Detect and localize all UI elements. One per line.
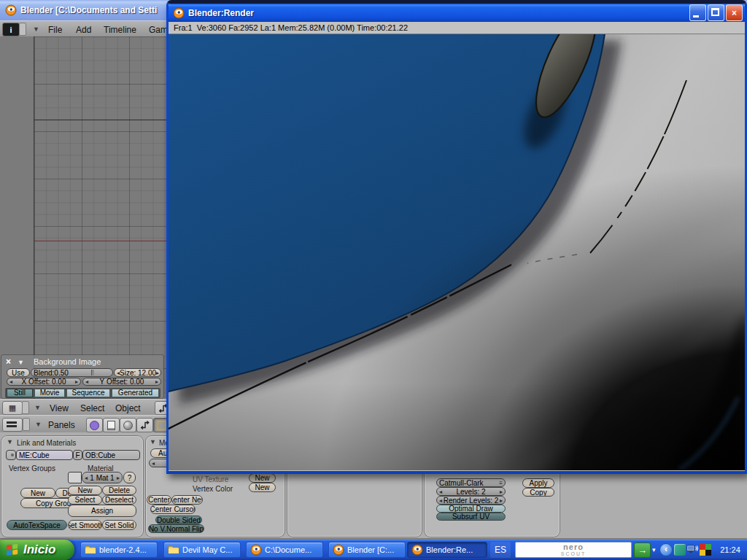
panel-collapse-icon[interactable]: ▼ [18, 359, 24, 366]
logic-context-button[interactable] [86, 418, 103, 432]
increment-arrow[interactable]: ▸ [500, 497, 503, 504]
no-vnormal-flip-toggle[interactable]: No V.Normal Flip [148, 524, 204, 533]
deselect-button[interactable]: Deselect [102, 495, 136, 505]
view3d-type-button[interactable]: ▦ [2, 401, 23, 415]
center-button[interactable]: Center [147, 495, 171, 505]
double-sided-toggle[interactable]: Double Sided [155, 516, 202, 524]
taskbar-item-folder-2[interactable]: Devil May C... [163, 542, 241, 558]
size-field[interactable]: ◂ Size: 12.00 ▸ [114, 368, 161, 377]
set-smooth-button[interactable]: Set Smooth [68, 520, 102, 530]
maximize-button[interactable] [708, 4, 724, 21]
increment-arrow[interactable]: ▸ [75, 378, 78, 385]
minimize-button[interactable] [689, 4, 706, 21]
close-button[interactable]: × [726, 4, 743, 21]
blender-app-icon [173, 7, 185, 19]
tab-sequence[interactable]: Sequence [66, 389, 110, 397]
nero-go-button[interactable]: → [634, 542, 651, 558]
vertex-color-new-button[interactable]: New [249, 483, 276, 492]
center-new-button[interactable]: Center New [171, 495, 203, 505]
blend-slider[interactable]: Blend:0.50 [31, 368, 113, 377]
nero-scout-searchbox[interactable]: nero SCOUT [515, 542, 632, 558]
decrement-arrow[interactable]: ◂ [85, 475, 88, 481]
panel-collapse-icon[interactable]: ▼ [7, 439, 13, 446]
tab-movie[interactable]: Movie [34, 389, 65, 397]
language-indicator[interactable]: ES [490, 542, 511, 558]
material-delete-button[interactable]: Delete [102, 486, 136, 495]
material-slot-field[interactable]: ◂ 1 Mat 1 ▸ [82, 472, 123, 483]
browse-mesh-button[interactable] [6, 450, 16, 460]
tray-display-icon[interactable] [686, 544, 698, 556]
tray-color-grid-icon[interactable] [700, 544, 711, 556]
menu-file[interactable]: File [48, 25, 62, 35]
quad-green [705, 544, 711, 550]
tab-still[interactable]: Still [7, 389, 33, 397]
subsurf-uv-toggle[interactable]: Subsurf UV [436, 513, 506, 521]
menu-select[interactable]: Select [80, 403, 104, 413]
object-name-field[interactable]: OB:Cube [82, 450, 140, 460]
increment-arrow[interactable]: ▸ [155, 378, 158, 385]
subsurf-type-dropdown[interactable]: Catmull-Clark ≡ [436, 478, 506, 487]
menu-timeline[interactable]: Timeline [104, 25, 136, 35]
menu-view[interactable]: View [50, 403, 69, 413]
y-offset-field[interactable]: ◂ Y Offset: 0.00 ▸ [82, 378, 161, 386]
autotexspace-toggle[interactable]: AutoTexSpace [7, 520, 67, 530]
header-collapse-icon[interactable]: ▼ [33, 26, 39, 33]
vgroup-new-button[interactable]: New [20, 488, 55, 498]
start-button[interactable]: Inicio [0, 540, 74, 560]
copy-modifier-button[interactable]: Copy [522, 488, 554, 497]
optimal-draw-toggle[interactable]: Optimal Draw [436, 505, 506, 513]
tab-generated[interactable]: Generated [112, 389, 159, 397]
taskbar-item-blender-doc[interactable]: C:\Docume... [246, 542, 323, 558]
nero-dropdown-icon[interactable]: ▾ [652, 546, 656, 553]
set-solid-button[interactable]: Set Solid [102, 520, 136, 530]
tray-nero-icon[interactable] [674, 544, 686, 556]
slider-handle[interactable] [91, 370, 94, 376]
apply-modifier-button[interactable]: Apply [522, 478, 554, 488]
center-cursor-button[interactable]: Center Cursor [150, 505, 196, 514]
panel-close-icon[interactable]: × [6, 357, 11, 367]
material-new-button[interactable]: New [68, 486, 102, 495]
increment-arrow[interactable]: ▸ [156, 370, 159, 376]
render-levels-field[interactable]: ◂ Render Levels: 2 ▸ [436, 496, 506, 505]
uv-texture-new-button[interactable]: New [249, 473, 276, 483]
tray-collapse-button[interactable]: ‹ [659, 543, 673, 556]
buttons-window-type-button[interactable] [2, 418, 23, 432]
mesh-name-field[interactable]: ME:Cube [16, 450, 73, 460]
taskbar-item-blender-render[interactable]: Blender:Re... [407, 542, 487, 558]
taskbar-item-folder-1[interactable]: blender-2.4... [80, 542, 158, 558]
script-context-button[interactable] [103, 418, 120, 432]
buttons-type-stepper[interactable] [23, 418, 30, 431]
decrement-arrow[interactable]: ◂ [9, 378, 12, 385]
fake-user-button[interactable]: F [73, 450, 82, 460]
x-offset-field[interactable]: ◂ X Offset: 0.00 ▸ [7, 378, 81, 386]
view3d-type-stepper[interactable] [22, 401, 29, 414]
material-help-button[interactable]: ? [123, 472, 136, 483]
render-window-titlebar[interactable]: Blender:Render × [169, 4, 745, 22]
folder-icon [168, 544, 179, 556]
desktop: Blender [C:\Documents and Setti i ▼ File… [0, 0, 747, 560]
menu-add[interactable]: Add [76, 25, 91, 35]
menu-object[interactable]: Object [115, 403, 141, 413]
increment-arrow[interactable]: ▸ [117, 475, 120, 481]
task-label: Blender [C:... [347, 545, 394, 554]
header-collapse-icon[interactable]: ▼ [34, 405, 41, 411]
window-type-stepper[interactable] [19, 23, 26, 36]
assign-button[interactable]: Assign [68, 505, 136, 517]
panel-collapse-icon[interactable]: ▼ [150, 439, 156, 446]
taskbar-item-blender-main[interactable]: Blender [C:... [328, 542, 406, 558]
select-button[interactable]: Select [68, 495, 102, 505]
header-collapse-icon[interactable]: ▼ [35, 421, 42, 428]
decrement-arrow[interactable]: ◂ [439, 497, 442, 504]
tray-clock[interactable]: 21:24 [713, 540, 747, 560]
decrement-arrow[interactable]: ◂ [152, 460, 155, 467]
panels-menu[interactable]: Panels [48, 420, 75, 430]
object-context-button[interactable] [136, 418, 153, 432]
material-color-swatch[interactable] [68, 472, 82, 483]
decrement-arrow[interactable]: ◂ [439, 489, 442, 495]
levels-field[interactable]: ◂ Levels: 2 ▸ [436, 487, 506, 496]
increment-arrow[interactable]: ▸ [500, 489, 503, 495]
decrement-arrow[interactable]: ◂ [85, 378, 88, 385]
window-type-info-button[interactable]: i [2, 23, 20, 36]
use-background-button[interactable]: Use [7, 368, 30, 377]
shading-context-button[interactable] [120, 418, 136, 432]
